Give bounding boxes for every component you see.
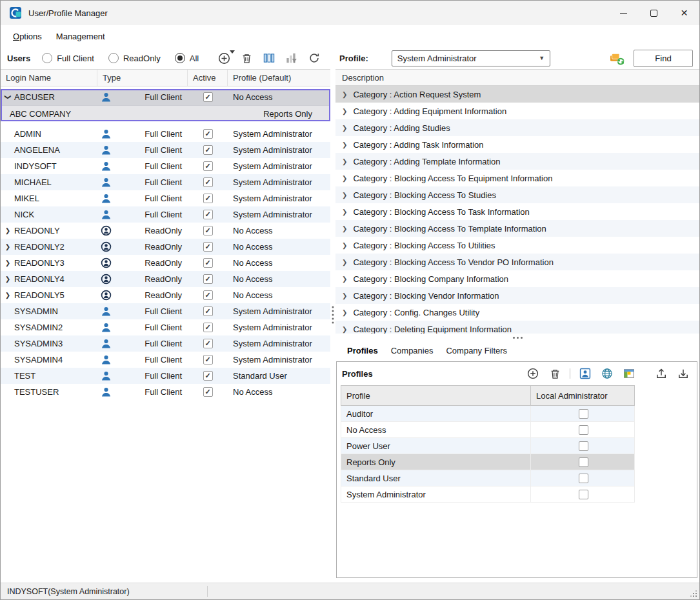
user-company-row-abc-company[interactable]: ABC COMPANYReports Only (1, 105, 330, 121)
user-row-sysadmin3[interactable]: SYSADMIN3Full ClientSystem Administrator (1, 335, 330, 352)
profile-row-auditor[interactable]: Auditor (341, 406, 635, 422)
globe-button[interactable] (600, 366, 614, 381)
expander-icon[interactable]: ❯ (342, 175, 347, 182)
user-row-michael[interactable]: MICHAELFull ClientSystem Administrator (1, 174, 330, 190)
color-grid-button[interactable] (622, 366, 636, 381)
active-checkbox[interactable] (203, 92, 213, 102)
add-user-button[interactable] (217, 51, 231, 65)
expander-icon[interactable]: ❯ (342, 158, 347, 165)
expander-icon[interactable]: ❯ (342, 208, 347, 215)
category-row[interactable]: ❯Category : Adding Equipment Information (335, 103, 699, 119)
active-checkbox[interactable] (203, 177, 213, 187)
active-checkbox[interactable] (203, 194, 213, 203)
active-checkbox[interactable] (203, 226, 213, 235)
local-administrator-checkbox[interactable] (579, 457, 588, 467)
category-row[interactable]: ❯Category : Blocking Access To Vendor PO… (335, 254, 699, 270)
user-row-sysadmin[interactable]: SYSADMINFull ClientSystem Administrator (1, 303, 330, 319)
column-header-login-name[interactable]: Login Name (1, 70, 97, 86)
user-row-abcuser[interactable]: ❯ABCUSERFull ClientNo Access (1, 89, 330, 105)
user-row-sysadmin4[interactable]: SYSADMIN4Full ClientSystem Administrator (1, 352, 330, 368)
add-user-dropdown-icon[interactable] (230, 50, 235, 54)
profile-select[interactable]: System Administrator ▼ (392, 50, 550, 66)
column-header-local-administrator[interactable]: Local Administrator (531, 386, 635, 405)
maximize-button[interactable] (639, 1, 669, 25)
active-checkbox[interactable] (203, 258, 213, 268)
active-checkbox[interactable] (203, 323, 213, 332)
expander-icon[interactable]: ❯ (3, 275, 13, 283)
expander-icon[interactable]: ❯ (342, 91, 347, 98)
profile-row-no-access[interactable]: No Access (341, 422, 635, 438)
active-checkbox[interactable] (203, 290, 213, 300)
profile-row-standard-user[interactable]: Standard User (341, 470, 635, 486)
resize-grip[interactable] (690, 590, 697, 597)
user-row-mikel[interactable]: MIKELFull ClientSystem Administrator (1, 190, 330, 206)
active-checkbox[interactable] (203, 355, 213, 365)
category-row[interactable]: ❯Category : Blocking Access To Equipment… (335, 170, 699, 186)
expander-icon[interactable]: ❯ (342, 242, 347, 249)
category-row[interactable]: ❯Category : Config. Changes Utility (335, 304, 699, 321)
local-administrator-checkbox[interactable] (579, 409, 588, 419)
category-row[interactable]: ❯Category : Blocking Access To Task Info… (335, 203, 699, 220)
category-row[interactable]: ❯Category : Adding Studies (335, 119, 699, 136)
active-checkbox[interactable] (203, 161, 213, 171)
category-row[interactable]: ❯Category : Adding Template Information (335, 153, 699, 170)
expander-icon[interactable]: ❯ (3, 243, 13, 250)
column-header-profile[interactable]: Profile (341, 386, 531, 405)
active-checkbox[interactable] (203, 129, 213, 139)
user-row-admin[interactable]: ADMINFull ClientSystem Administrator (1, 126, 330, 142)
column-chooser-button[interactable] (262, 51, 276, 65)
expander-icon[interactable]: ❯ (342, 108, 347, 115)
user-row-readonly3[interactable]: ❯READONLY3ReadOnlyNo Access (1, 255, 330, 271)
sync-profiles-button[interactable] (609, 51, 625, 65)
expander-icon[interactable]: ❯ (342, 259, 347, 266)
active-checkbox[interactable] (203, 339, 213, 348)
user-row-readonly5[interactable]: ❯READONLY5ReadOnlyNo Access (1, 287, 330, 303)
tab-profiles[interactable]: Profiles (341, 343, 385, 359)
expander-icon[interactable]: ❯ (342, 326, 347, 333)
active-checkbox[interactable] (203, 274, 213, 284)
expander-icon[interactable]: ❯ (342, 309, 347, 316)
active-checkbox[interactable] (203, 210, 213, 219)
profile-row-power-user[interactable]: Power User (341, 438, 635, 454)
expander-icon[interactable]: ❯ (342, 125, 347, 132)
category-row[interactable]: ❯Category : Blocking Access To Utilities (335, 237, 699, 254)
filter-radio-full-client[interactable]: Full Client (42, 53, 94, 63)
expander-icon[interactable]: ❯ (342, 141, 347, 148)
user-row-test[interactable]: TESTFull ClientStandard User (1, 368, 330, 384)
user-row-angelena[interactable]: ANGELENAFull ClientSystem Administrator (1, 142, 330, 158)
user-row-testuser[interactable]: TESTUSERFull ClientNo Access (1, 384, 330, 400)
user-row-sysadmin2[interactable]: SYSADMIN2Full ClientSystem Administrator (1, 319, 330, 335)
expander-icon[interactable]: ❯ (342, 275, 347, 283)
expander-icon[interactable]: ❯ (3, 227, 13, 234)
active-checkbox[interactable] (203, 387, 213, 397)
user-row-readonly4[interactable]: ❯READONLY4ReadOnlyNo Access (1, 271, 330, 287)
user-row-readonly2[interactable]: ❯READONLY2ReadOnlyNo Access (1, 239, 330, 255)
menu-management[interactable]: Management (49, 28, 112, 45)
expander-icon[interactable]: ❯ (5, 92, 12, 102)
minimize-button[interactable] (608, 1, 639, 25)
tab-companies[interactable]: Companies (385, 343, 440, 359)
local-administrator-checkbox[interactable] (579, 441, 588, 451)
panel-splitter[interactable] (330, 47, 335, 583)
active-checkbox[interactable] (203, 371, 213, 381)
expander-icon[interactable]: ❯ (342, 192, 347, 199)
column-header-profile-default[interactable]: Profile (Default) (228, 70, 330, 86)
category-row[interactable]: ❯Category : Blocking Access To Template … (335, 220, 699, 237)
local-administrator-checkbox[interactable] (579, 490, 588, 499)
category-row[interactable]: ❯Category : Action Request System (335, 86, 699, 103)
detail-splitter[interactable] (335, 334, 699, 341)
column-header-active[interactable]: Active (188, 70, 228, 86)
refresh-button[interactable] (307, 51, 321, 65)
tab-company-filters[interactable]: Company Filters (439, 343, 514, 359)
active-checkbox[interactable] (203, 145, 213, 155)
profile-row-system-administrator[interactable]: System Administrator (341, 486, 635, 503)
filter-radio-all[interactable]: All (175, 53, 199, 63)
add-profile-button[interactable] (526, 366, 540, 381)
menu-options[interactable]: Options (6, 28, 49, 45)
active-checkbox[interactable] (203, 306, 213, 316)
user-row-readonly[interactable]: ❯READONLYReadOnlyNo Access (1, 223, 330, 239)
local-administrator-checkbox[interactable] (579, 474, 588, 483)
category-row[interactable]: ❯Category : Blocking Access To Studies (335, 186, 699, 203)
column-header-type[interactable]: Type (97, 70, 188, 86)
close-button[interactable]: ✕ (669, 1, 699, 25)
